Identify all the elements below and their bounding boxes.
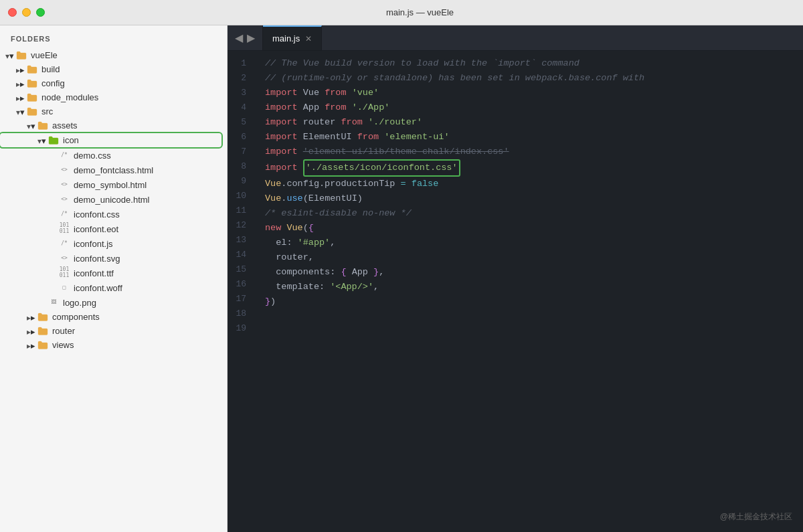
close-button[interactable] xyxy=(8,8,17,17)
tree-item-iconfont.svg[interactable]: <>iconfont.svg xyxy=(0,251,227,266)
tree-item-label: demo_symbol.html xyxy=(74,180,147,190)
tree-arrow-icon: ▾ xyxy=(37,136,47,145)
folder-icon xyxy=(27,93,37,102)
maximize-button[interactable] xyxy=(36,8,45,17)
nav-prev-button[interactable]: ◀ xyxy=(233,31,245,44)
tree-item-iconfont.ttf[interactable]: 101 011iconfont.ttf xyxy=(0,266,227,280)
code-line-2: // (runtime-only or standalone) has been… xyxy=(254,71,803,86)
tree-item-label: iconfont.woff xyxy=(74,283,122,293)
traffic-lights xyxy=(8,8,45,17)
tree-item-label: iconfont.svg xyxy=(74,254,120,264)
file-icon: 101 011 xyxy=(59,224,70,234)
tree-item-demo_symbol.html[interactable]: <>demo_symbol.html xyxy=(0,177,227,192)
code-line-15: router, xyxy=(254,250,803,265)
editor-area: ◀ ▶ main.js ✕ 12345678910111213141516171… xyxy=(228,25,803,532)
tree-arrow-icon: ▸ xyxy=(16,79,25,88)
tree-item-router[interactable]: ▸ router xyxy=(0,324,227,338)
code-line-6: import ElementUI from 'element-ui' xyxy=(254,130,803,145)
tree-item-label: build xyxy=(41,64,60,74)
line-numbers: 12345678910111213141516171819 xyxy=(228,51,254,532)
tree-item-assets[interactable]: ▾ assets xyxy=(0,118,227,132)
tree-arrow-icon: ▾ xyxy=(16,107,25,116)
folder-icon xyxy=(27,65,37,74)
nav-next-button[interactable]: ▶ xyxy=(245,31,257,44)
main-container: FOLDERS ▾ vueEle▸ build▸ config▸ node_mo… xyxy=(0,25,803,532)
file-tree: ▾ vueEle▸ build▸ config▸ node_modules▾ s… xyxy=(0,48,227,352)
tree-item-node_modules[interactable]: ▸ node_modules xyxy=(0,90,227,104)
tree-arrow-icon: ▾ xyxy=(27,121,36,130)
tree-item-label: demo_fontclass.html xyxy=(74,165,153,175)
file-icon: <> xyxy=(59,194,70,205)
file-icon: /* xyxy=(59,209,70,219)
file-icon: /* xyxy=(59,150,70,161)
tab-close-button[interactable]: ✕ xyxy=(305,35,312,43)
code-line-5: import router from './router' xyxy=(254,115,803,130)
tree-item-label: iconfont.js xyxy=(74,239,113,249)
watermark: @稀土掘金技术社区 xyxy=(720,511,792,523)
tree-item-icon[interactable]: ▾ icon xyxy=(0,133,221,147)
folder-icon xyxy=(27,79,37,88)
tree-item-src[interactable]: ▾ src xyxy=(0,104,227,118)
tree-item-iconfont.eot[interactable]: 101 011iconfont.eot xyxy=(0,221,227,236)
tree-arrow-icon: ▸ xyxy=(16,93,25,102)
tree-item-label: components xyxy=(52,312,100,322)
code-line-10: Vue.config.productionTip = false xyxy=(254,177,803,191)
tree-item-iconfont.js[interactable]: /*iconfont.js xyxy=(0,236,227,251)
sidebar: FOLDERS ▾ vueEle▸ build▸ config▸ node_mo… xyxy=(0,25,228,532)
tree-item-demo.css[interactable]: /*demo.css xyxy=(0,148,227,163)
folder-icon xyxy=(48,136,59,145)
file-icon: <> xyxy=(59,165,70,175)
code-line-14: el: '#app', xyxy=(254,236,803,250)
tree-item-logo.png[interactable]: 🖼logo.png xyxy=(0,295,227,310)
tree-item-label: vueEle xyxy=(31,50,58,60)
tree-item-label: iconfont.css xyxy=(74,209,120,219)
file-icon: <> xyxy=(59,253,70,264)
folder-icon xyxy=(16,51,27,60)
tab-label: main.js xyxy=(272,33,300,43)
tree-item-label: src xyxy=(41,106,53,116)
code-container[interactable]: 12345678910111213141516171819 // The Vue… xyxy=(228,51,803,532)
tree-item-label: router xyxy=(52,326,75,336)
tree-item-label: logo.png xyxy=(63,298,96,308)
tree-item-label: iconfont.eot xyxy=(74,224,118,234)
code-line-8: import './assets/icon/iconfont.css' xyxy=(254,159,803,177)
tree-item-label: demo.css xyxy=(74,151,111,161)
sidebar-header: FOLDERS xyxy=(0,25,227,48)
tree-item-label: assets xyxy=(52,120,78,130)
titlebar: main.js — vueEle xyxy=(0,0,803,25)
tree-item-demo_fontclass.html[interactable]: <>demo_fontclass.html xyxy=(0,163,227,177)
tab-bar: ◀ ▶ main.js ✕ xyxy=(228,25,803,51)
file-icon: 101 011 xyxy=(59,268,70,278)
window-title: main.js — vueEle xyxy=(45,7,795,17)
tree-item-vueEle[interactable]: ▾ vueEle xyxy=(0,48,227,62)
file-icon: <> xyxy=(59,179,70,190)
folder-icon xyxy=(37,121,48,130)
code-line-13: new Vue({ xyxy=(254,221,803,236)
tree-item-components[interactable]: ▸ components xyxy=(0,310,227,324)
folder-icon xyxy=(37,313,48,321)
file-icon: 🖼 xyxy=(48,297,59,308)
code-line-4: import App from './App' xyxy=(254,100,803,115)
folder-icon xyxy=(27,107,37,116)
code-line-16: components: { App }, xyxy=(254,265,803,280)
folder-icon xyxy=(37,327,48,335)
tree-item-config[interactable]: ▸ config xyxy=(0,76,227,90)
file-icon: /* xyxy=(59,238,70,249)
code-line-18: }) xyxy=(254,294,803,309)
code-line-17: template: '<App/>', xyxy=(254,280,803,294)
tree-arrow-icon: ▸ xyxy=(16,65,25,74)
tree-item-views[interactable]: ▸ views xyxy=(0,338,227,352)
tree-item-iconfont.woff[interactable]: □iconfont.woff xyxy=(0,280,227,295)
tree-item-iconfont.css[interactable]: /*iconfont.css xyxy=(0,207,227,221)
tree-arrow-icon: ▾ xyxy=(5,51,15,60)
minimize-button[interactable] xyxy=(22,8,31,17)
code-lines: // The Vue build version to load with th… xyxy=(254,51,803,532)
tab-main-js[interactable]: main.js ✕ xyxy=(263,25,322,50)
tree-item-label: node_modules xyxy=(41,92,98,102)
file-icon: □ xyxy=(59,282,70,293)
tree-item-demo_unicode.html[interactable]: <>demo_unicode.html xyxy=(0,192,227,207)
tree-item-label: icon xyxy=(63,135,79,145)
tree-item-build[interactable]: ▸ build xyxy=(0,62,227,76)
tree-arrow-icon: ▸ xyxy=(27,313,36,322)
code-line-7: import 'element-ui/lib/theme-chalk/index… xyxy=(254,145,803,159)
